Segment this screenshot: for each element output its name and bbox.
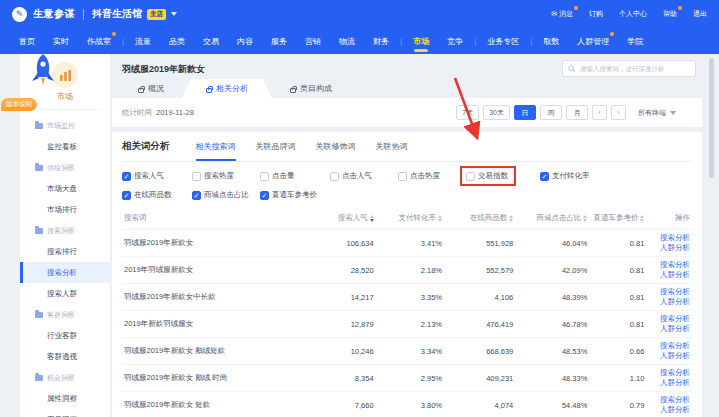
page-tab[interactable]: 概况 — [120, 79, 182, 98]
sidebar-item[interactable]: 产品洞察 — [20, 409, 110, 417]
sidebar-item[interactable]: 搜索排行 — [20, 241, 110, 262]
crowd-analysis-link[interactable]: 人群分析 — [648, 378, 690, 388]
sidebar-item[interactable]: 市场监控 — [20, 115, 110, 136]
account-link[interactable]: 帮助 — [663, 9, 677, 19]
nav-item[interactable]: 业务专区 — [478, 28, 528, 54]
search-analysis-link[interactable]: 搜索分析 — [648, 287, 690, 297]
terminal-filter-dropdown[interactable]: 所有终端 — [638, 108, 676, 118]
word-type-tab[interactable]: 相关搜索词 — [196, 132, 236, 161]
crowd-analysis-link[interactable]: 人群分析 — [648, 405, 690, 415]
folder-icon — [35, 123, 43, 129]
nav-item[interactable]: 实时 — [44, 28, 78, 54]
table-column-header[interactable]: 直通车参考价 — [589, 208, 646, 230]
table-column-header[interactable]: 搜索词 — [122, 208, 310, 230]
sidebar-item[interactable]: 客群洞察 — [20, 304, 110, 325]
date-range-button[interactable]: 30天 — [483, 105, 510, 120]
account-link[interactable]: 退出 — [693, 9, 707, 19]
sidebar-item[interactable]: 客群透视 — [20, 346, 110, 367]
nav-item[interactable]: 人群管理 — [568, 28, 618, 54]
crowd-analysis-link[interactable]: 人群分析 — [648, 270, 690, 280]
nav-item[interactable]: 品类 — [160, 28, 194, 54]
nav-item[interactable]: 交易 — [194, 28, 228, 54]
cell-search-popularity: 106,634 — [310, 230, 376, 257]
sort-icon[interactable] — [509, 215, 513, 222]
nav-item[interactable]: 营销 — [296, 28, 330, 54]
search-input[interactable] — [580, 65, 690, 72]
page-tab[interactable]: 类目构成 — [272, 79, 350, 98]
table-column-header[interactable]: 操作 — [646, 208, 692, 230]
crowd-analysis-link[interactable]: 人群分析 — [648, 324, 690, 334]
word-type-tab[interactable]: 关联修饰词 — [316, 132, 356, 161]
nav-item[interactable]: 服务 — [262, 28, 296, 54]
date-range-button[interactable]: 周 — [540, 105, 562, 120]
metric-checkbox[interactable]: 交易指数 — [466, 171, 508, 181]
sidebar-item[interactable]: 市场排行 — [20, 199, 110, 220]
mascot-rocket-icon[interactable] — [26, 52, 60, 98]
next-date-button[interactable]: › — [611, 105, 626, 120]
scrollbar-track[interactable] — [702, 54, 719, 417]
date-range-button[interactable]: 7天 — [456, 105, 479, 120]
crowd-analysis-link[interactable]: 人群分析 — [648, 243, 690, 253]
sort-icon[interactable] — [370, 215, 374, 222]
search-analysis-link[interactable]: 搜索分析 — [648, 395, 690, 405]
word-type-tab[interactable]: 关联热词 — [376, 132, 408, 161]
account-link[interactable]: 个人中心 — [619, 9, 647, 19]
metric-checkbox[interactable]: 点击热度 — [398, 171, 440, 181]
search-analysis-link[interactable]: 搜索分析 — [648, 341, 690, 351]
nav-item[interactable]: 流量 — [126, 28, 160, 54]
sidebar-item[interactable]: 监控看板 — [20, 136, 110, 157]
account-link[interactable]: 订购 — [589, 9, 603, 19]
metric-checkbox[interactable]: 搜索热度 — [192, 171, 234, 181]
word-type-tab[interactable]: 关联品牌词 — [256, 132, 296, 161]
metric-checkbox[interactable]: 搜索人气 — [122, 171, 164, 181]
table-column-header[interactable]: 搜索人气 — [310, 208, 376, 230]
store-name[interactable]: 抖音生活馆 — [92, 7, 142, 21]
sidebar-item[interactable]: 机会洞察 — [20, 367, 110, 388]
metric-checkbox[interactable]: 在线商品数 — [122, 190, 172, 200]
search-analysis-link[interactable]: 搜索分析 — [648, 233, 690, 243]
metric-checkbox[interactable]: 点击量 — [260, 171, 295, 181]
crowd-analysis-link[interactable]: 人群分析 — [648, 351, 690, 361]
sidebar-item[interactable]: 属性洞察 — [20, 388, 110, 409]
date-range-button[interactable]: 月 — [566, 105, 588, 120]
sidebar-item[interactable]: 行业客群 — [20, 325, 110, 346]
account-link[interactable]: 消息 — [551, 9, 573, 19]
date-range-button[interactable]: 日 — [514, 105, 536, 120]
nav-item[interactable]: 取数 — [534, 28, 568, 54]
sidebar-item[interactable]: 供给洞察 — [20, 157, 110, 178]
nav-item[interactable]: 财务 — [364, 28, 398, 54]
metric-checkbox[interactable]: 商城点击占比 — [192, 190, 249, 200]
nav-item[interactable]: 首页 — [10, 28, 44, 54]
search-analysis-link[interactable]: 搜索分析 — [648, 314, 690, 324]
table-column-header[interactable]: 支付转化率 — [376, 208, 444, 230]
table-column-header[interactable]: 商城点击占比 — [515, 208, 589, 230]
sidebar-item[interactable]: 搜索洞察 — [20, 220, 110, 241]
table-column-header[interactable]: 在线商品数 — [444, 208, 515, 230]
sort-icon[interactable] — [640, 215, 644, 222]
crowd-analysis-link[interactable]: 人群分析 — [648, 297, 690, 307]
sort-icon[interactable] — [583, 215, 587, 222]
search-analysis-link[interactable]: 搜索分析 — [648, 368, 690, 378]
scrollbar-thumb[interactable] — [709, 58, 714, 178]
version-note-badge[interactable]: 版本说明 — [1, 98, 37, 111]
metric-checkbox[interactable]: 直通车参考价 — [260, 190, 317, 200]
sidebar-item[interactable]: 搜索分析 — [20, 262, 110, 283]
page-tab[interactable]: 相关分析 — [182, 79, 272, 98]
nav-item[interactable]: 内容 — [228, 28, 262, 54]
sort-icon[interactable] — [438, 215, 442, 222]
metric-checkbox[interactable]: 支付转化率 — [540, 171, 590, 181]
store-switch-caret-icon[interactable] — [171, 12, 177, 16]
search-analysis-link[interactable]: 搜索分析 — [648, 260, 690, 270]
nav-item[interactable]: 竞争 — [438, 28, 472, 54]
nav-item[interactable]: 学院 — [618, 28, 652, 54]
sidebar-item[interactable]: 市场大盘 — [20, 178, 110, 199]
nav-item[interactable]: 市场 — [404, 28, 438, 54]
prev-date-button[interactable]: ‹ — [592, 105, 607, 120]
cell-online-items: 476,419 — [444, 311, 515, 338]
sidebar-item[interactable]: 搜索人群 — [20, 283, 110, 304]
table-row: 羽绒服2019年新款女 鹅绒 时尚 8,354 2.95% 409,231 48… — [122, 365, 692, 392]
metric-checkbox[interactable]: 点击人气 — [330, 171, 372, 181]
nav-item[interactable]: 物流 — [330, 28, 364, 54]
cell-ppc-reference: 0.81 — [589, 257, 646, 284]
nav-item[interactable]: 作战室 — [78, 28, 120, 54]
